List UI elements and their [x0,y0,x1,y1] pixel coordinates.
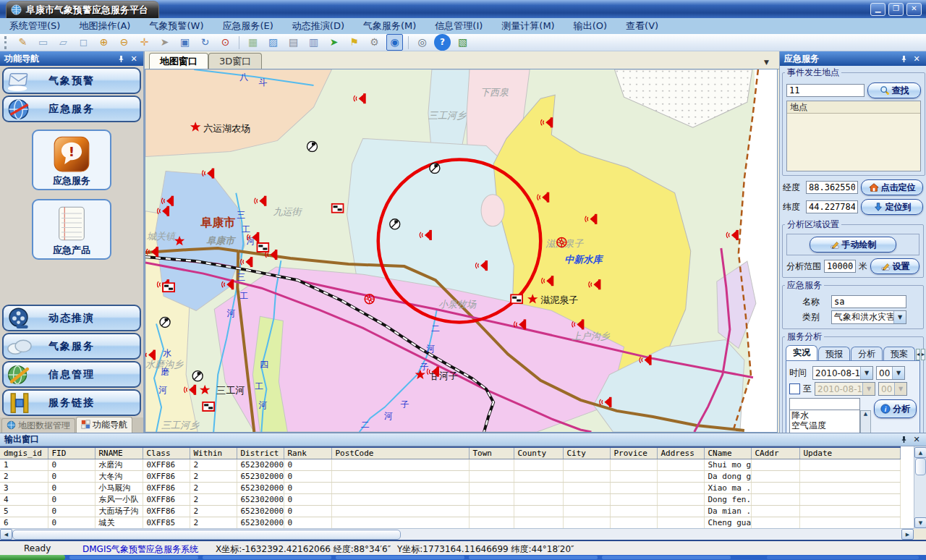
menu-item[interactable]: 气象服务(M) [354,18,425,34]
print-preview-icon[interactable]: ▥ [305,34,322,51]
station-marker[interactable] [390,219,400,229]
scroll-right-icon[interactable]: ▶ [901,529,914,540]
table-row[interactable]: 40东风一小队0XFF8626523020000Dong fen... [0,494,900,506]
pointer-icon[interactable]: ➤ [156,34,173,51]
column-header[interactable]: FID [48,447,95,459]
hour-select[interactable]: 00 ▼ [876,366,905,380]
flag-marker[interactable] [203,402,214,411]
column-header[interactable]: CAddr [751,447,799,459]
close-button[interactable]: ✕ [906,3,922,16]
sidebar-item-weather-warning[interactable]: 气象预警 [2,67,141,94]
settings-gear-icon[interactable]: ⚙ [366,34,383,51]
minimize-button[interactable]: ▁ [870,3,885,16]
longitude-input[interactable] [806,181,858,194]
menu-item[interactable]: 应急服务(E) [213,18,282,34]
scroll-left-icon[interactable]: ◀ [0,529,12,540]
pin-icon[interactable] [899,435,909,445]
table-row[interactable]: 50大面场子沟0XFF8626523020000Da mian ... [0,506,900,517]
analyze-button[interactable]: i 分析 [874,399,917,418]
pin-icon[interactable] [899,54,909,64]
content-button-notepad[interactable]: 应急产品 [32,199,111,260]
menu-item[interactable]: 信息管理(I) [425,18,492,34]
content-button-alert-bubble[interactable]: !应急服务 [32,130,111,190]
select-free-icon[interactable]: ◻ [75,34,92,51]
service-tab-2[interactable]: 预报 [818,347,850,360]
map-export-icon[interactable]: ▨ [265,34,281,51]
left-tab[interactable]: 功能导航 [76,417,132,433]
column-header[interactable]: Provice [610,447,657,459]
flag-marker[interactable] [163,283,174,292]
search-button[interactable]: 查找 [867,82,921,98]
map-tab-dropdown[interactable]: ▼ [764,59,769,66]
column-header[interactable]: Within [190,447,237,459]
goto-location-button[interactable]: 定位到 [861,199,923,215]
restore-button[interactable]: ❐ [888,3,904,16]
table-row[interactable]: 60城关0XFF8526523020000Cheng guan [0,517,900,529]
flag-marker[interactable] [257,243,268,252]
measure-icon[interactable]: ✎ [14,34,31,51]
column-header[interactable]: City [563,447,610,459]
map-tab[interactable]: 地图窗口 [149,53,208,69]
map-canvas[interactable]: 八斗六运湖农场三工河乡下西泉阜康市城关镇阜康市九运街滋泥泉子中新水库小泉牧场滋泥… [145,69,778,433]
menu-item[interactable]: 查看(V) [616,18,668,34]
pin-icon[interactable] [116,54,126,64]
date-select[interactable]: 2010-08-13 ▼ [812,366,873,380]
output-table[interactable]: dmgis_idFIDRNAMEClassWithinDistrictRankP… [0,446,901,529]
station-marker[interactable] [430,164,440,174]
menu-item[interactable]: 测量计算(M) [492,18,564,34]
service-tab-1[interactable]: 实况 [786,345,817,360]
location-input[interactable] [786,84,865,97]
column-header[interactable]: Class [143,447,190,459]
globe-icon[interactable]: ◉ [386,34,403,51]
table-row[interactable]: 30小马厩沟0XFF8626523020000Xiao ma ... [0,483,900,494]
select-feature-icon[interactable]: ➤ [326,34,342,51]
hour2-select[interactable]: 00 ▼ [878,382,907,396]
layers-icon[interactable]: ▦ [245,34,261,51]
list-item[interactable]: 降水 [790,410,859,420]
scroll-down-icon[interactable]: ▼ [914,517,926,528]
image-export-icon[interactable]: ▧ [454,34,471,51]
menu-item[interactable]: 气象预警(W) [140,18,213,34]
date2-select[interactable]: 2010-08-13 ▼ [815,382,875,396]
select-polygon-icon[interactable]: ▱ [55,34,72,51]
table-row[interactable]: 10水磨沟0XFF8626523020000Shui mo gou [0,459,900,471]
left-tab[interactable]: 地图数据管理 [1,418,75,433]
map-tab[interactable]: 3D窗口 [208,53,262,69]
station-marker[interactable] [307,141,318,151]
column-header[interactable]: RNAME [95,447,143,459]
chevron-down-icon[interactable]: ▼ [860,367,872,379]
flag-marker[interactable] [332,204,344,213]
scroll-up-icon[interactable]: ▲ [914,447,926,458]
service-name-input[interactable] [831,295,906,308]
column-header[interactable]: Town [469,447,514,459]
vscroll-thumb[interactable] [915,458,926,475]
click-locate-button[interactable]: 点击定位 [861,179,923,195]
column-header[interactable]: Rank [284,447,331,459]
zoom-in-icon[interactable]: ⊕ [95,34,112,51]
full-extent-icon[interactable]: ▣ [177,34,193,51]
sidebar-item-link[interactable]: 服务链接 [2,389,141,416]
hscroll-thumb[interactable] [12,530,401,540]
tab-scroll-right-icon[interactable]: ▸ [921,349,925,360]
listbox-scrollbar[interactable]: ▲▼ [860,410,871,433]
service-tab-3[interactable]: 分析 [851,347,883,360]
select-rect-icon[interactable]: ▭ [35,34,51,51]
output-hscrollbar[interactable]: ◀ ▶ [0,528,914,540]
sidebar-item-emergency-globe[interactable]: 应急服务 [2,96,141,122]
output-vscrollbar[interactable]: ▲ ▼ [914,446,926,529]
set-range-button[interactable]: 设置 [870,258,919,274]
close-icon[interactable]: ✕ [912,54,922,64]
menu-item[interactable]: 地图操作(A) [69,18,140,34]
column-header[interactable]: PostCode [331,447,469,459]
column-header[interactable]: Address [657,447,704,459]
scroll-up-icon[interactable]: ▲ [864,411,867,417]
flag-marker[interactable] [511,294,522,303]
refresh-icon[interactable]: ↻ [197,34,213,51]
close-icon[interactable]: ✕ [912,435,922,445]
tab-scroll-left-icon[interactable]: ◂ [916,349,920,360]
location-list[interactable]: 地点 [786,101,921,171]
sidebar-item-film-reel[interactable]: 动态推演 [2,305,141,331]
chevron-down-icon[interactable]: ▼ [892,367,904,379]
chevron-down-icon[interactable]: ▼ [893,311,906,323]
sidebar-item-cloud[interactable]: 气象服务 [2,333,141,360]
